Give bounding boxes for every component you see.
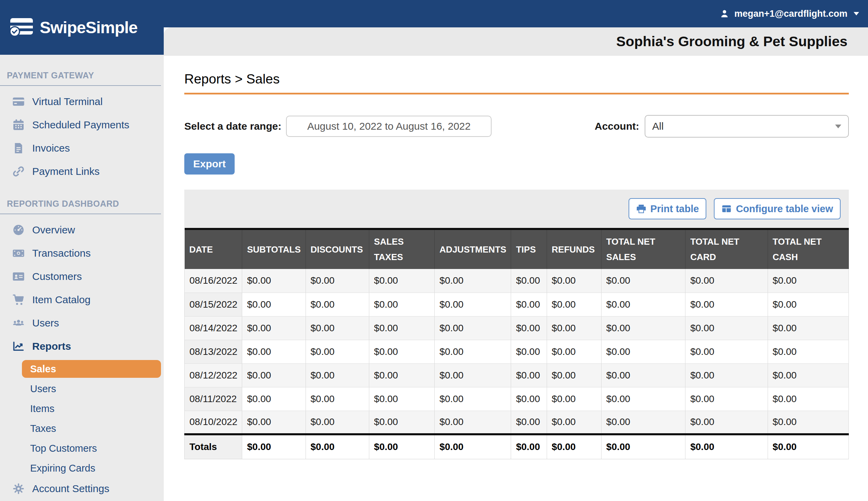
filters-row: Select a date range: August 10, 2022 to … [184, 115, 849, 138]
totals-cell: $0.00 [369, 434, 434, 459]
sidebar-subitem-label: Taxes [30, 423, 56, 434]
sidebar-subitem-taxes[interactable]: Taxes [0, 418, 164, 438]
table-cell: $0.00 [511, 411, 547, 434]
table-cell: $0.00 [369, 269, 434, 292]
totals-cell: $0.00 [511, 434, 547, 459]
table-cell: $0.00 [601, 292, 685, 316]
table-cell: $0.00 [768, 387, 848, 411]
row-date-cell: 08/14/2022 [185, 316, 242, 340]
sidebar-item-item-catalog[interactable]: Item Catalog [0, 288, 164, 311]
table-cell: $0.00 [686, 387, 768, 411]
sidebar-subitem-label: Sales [30, 363, 56, 375]
users-icon [12, 317, 25, 329]
table-cell: $0.00 [511, 387, 547, 411]
sidebar-item-reports[interactable]: Reports [0, 335, 164, 358]
account-label: Account: [595, 120, 639, 132]
sidebar-item-transactions[interactable]: Transactions [0, 242, 164, 265]
sidebar-subitem-top-customers[interactable]: Top Customers [0, 438, 164, 458]
sidebar-subitem-sales[interactable]: Sales [22, 360, 161, 378]
section-label-payment-gateway: PAYMENT GATEWAY [0, 55, 164, 81]
sidebar-item-scheduled-payments[interactable]: Scheduled Payments [0, 113, 164, 137]
sidebar-item-account-settings[interactable]: Account Settings [0, 478, 164, 499]
table-row: 08/12/2022$0.00$0.00$0.00$0.00$0.00$0.00… [185, 363, 849, 387]
sidebar-item-virtual-terminal[interactable]: Virtual Terminal [0, 90, 164, 113]
account-group: Account: All [595, 115, 849, 138]
table-cell: $0.00 [242, 387, 305, 411]
row-date-cell: 08/10/2022 [185, 411, 242, 434]
logo-area[interactable]: SwipeSimple [0, 0, 164, 55]
table-cell: $0.00 [768, 411, 848, 434]
table-grid-icon [721, 204, 732, 214]
business-name: Sophia's Grooming & Pet Supplies [616, 33, 847, 49]
table-cell: $0.00 [768, 340, 848, 363]
user-menu[interactable]: megan+1@cardflight.com [719, 9, 859, 19]
sidebar-subitem-items[interactable]: Items [0, 399, 164, 418]
sidebar-item-customers[interactable]: Customers [0, 265, 164, 288]
totals-cell: $0.00 [686, 434, 768, 459]
invoice-icon [12, 142, 25, 154]
column-header: DISCOUNTS [305, 229, 369, 269]
table-toolbar: Print table Configure table view [184, 190, 849, 228]
sidebar-subitem-label: Expiring Cards [30, 463, 95, 474]
table-row: 08/10/2022$0.00$0.00$0.00$0.00$0.00$0.00… [185, 411, 849, 434]
table-cell: $0.00 [511, 292, 547, 316]
table-cell: $0.00 [305, 269, 369, 292]
totals-cell: $0.00 [768, 434, 848, 459]
sidebar-item-label: Customers [32, 271, 82, 282]
table-cell: $0.00 [305, 316, 369, 340]
configure-table-view-button[interactable]: Configure table view [714, 198, 840, 219]
table-cell: $0.00 [435, 316, 511, 340]
sidebar-item-payment-links[interactable]: Payment Links [0, 160, 164, 183]
account-select[interactable]: All [645, 115, 849, 138]
column-header: TOTAL NET CASH [768, 229, 848, 269]
export-button[interactable]: Export [184, 153, 234, 174]
table-cell: $0.00 [601, 387, 685, 411]
table-cell: $0.00 [369, 340, 434, 363]
sidebar-item-label: Invoices [32, 142, 70, 154]
column-header: TIPS [511, 229, 547, 269]
table-cell: $0.00 [511, 316, 547, 340]
totals-cell: $0.00 [435, 434, 511, 459]
sales-report-table: DATESUBTOTALSDISCOUNTSSALES TAXESADJUSTM… [184, 228, 849, 459]
table-cell: $0.00 [369, 387, 434, 411]
row-date-cell: 08/16/2022 [185, 269, 242, 292]
sidebar-item-label: Item Catalog [32, 294, 91, 306]
column-header: SUBTOTALS [242, 229, 305, 269]
table-cell: $0.00 [305, 363, 369, 387]
sidebar: PAYMENT GATEWAY Virtual Terminal Schedul… [0, 55, 164, 501]
sidebar-item-overview[interactable]: Overview [0, 218, 164, 242]
table-row: 08/15/2022$0.00$0.00$0.00$0.00$0.00$0.00… [185, 292, 849, 316]
gauge-icon [12, 224, 25, 236]
sidebar-subitem-expiring-cards[interactable]: Expiring Cards [0, 458, 164, 478]
row-date-cell: 08/12/2022 [185, 363, 242, 387]
table-cell: $0.00 [686, 340, 768, 363]
sidebar-item-invoices[interactable]: Invoices [0, 137, 164, 160]
date-range-input[interactable]: August 10, 2022 to August 16, 2022 [286, 116, 492, 137]
table-cell: $0.00 [601, 363, 685, 387]
table-cell: $0.00 [686, 411, 768, 434]
brand-name: SwipeSimple [40, 18, 137, 37]
sidebar-item-label: Reports [32, 341, 71, 352]
row-date-cell: 08/15/2022 [185, 292, 242, 316]
table-cell: $0.00 [242, 363, 305, 387]
totals-cell: $0.00 [242, 434, 305, 459]
row-date-cell: 08/11/2022 [185, 387, 242, 411]
table-cell: $0.00 [547, 387, 601, 411]
sidebar-subitem-label: Users [30, 383, 56, 395]
chevron-down-icon [854, 12, 859, 15]
table-row: 08/14/2022$0.00$0.00$0.00$0.00$0.00$0.00… [185, 316, 849, 340]
payment-gateway-nav: Virtual Terminal Scheduled Payments Invo… [0, 90, 164, 183]
table-cell: $0.00 [547, 411, 601, 434]
table-cell: $0.00 [435, 269, 511, 292]
sidebar-subitem-users[interactable]: Users [0, 379, 164, 399]
cart-icon [12, 294, 25, 306]
table-cell: $0.00 [511, 363, 547, 387]
main-content: Reports > Sales Select a date range: Aug… [164, 56, 868, 501]
table-cell: $0.00 [511, 340, 547, 363]
print-table-button[interactable]: Print table [629, 198, 707, 219]
sidebar-item-users[interactable]: Users [0, 311, 164, 335]
table-cell: $0.00 [601, 411, 685, 434]
date-range-label: Select a date range: [184, 120, 281, 132]
sidebar-subitem-label: Top Customers [30, 443, 97, 454]
table-cell: $0.00 [768, 292, 848, 316]
